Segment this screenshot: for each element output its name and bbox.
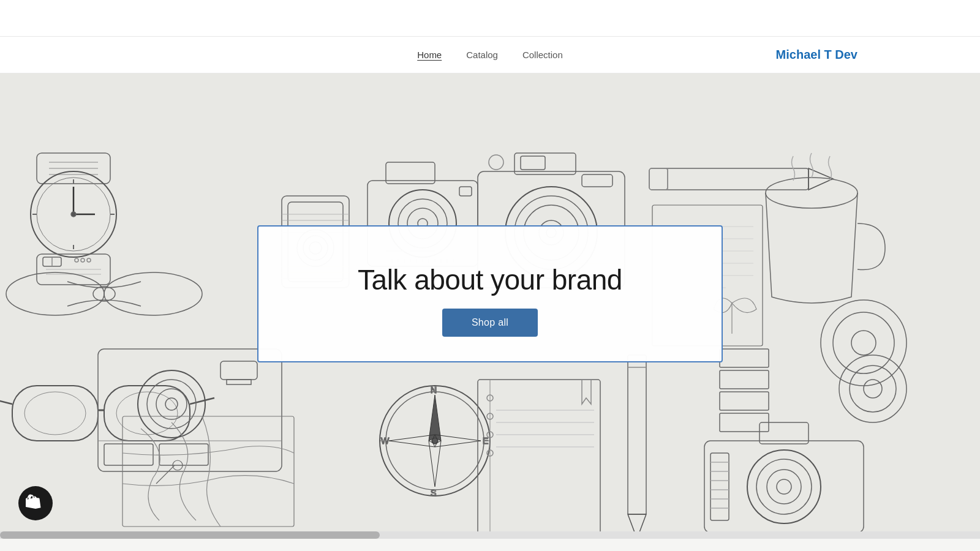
svg-point-9 bbox=[71, 212, 76, 217]
svg-text:N: N bbox=[431, 385, 437, 395]
hero-card: Talk about your brand Shop all bbox=[257, 225, 723, 362]
shopify-icon: S bbox=[26, 493, 45, 513]
hero-section: N S W E bbox=[0, 73, 980, 539]
svg-text:S: S bbox=[431, 488, 436, 498]
nav-links: Home Catalog Collection bbox=[417, 50, 563, 60]
shopify-badge[interactable]: S bbox=[18, 486, 53, 520]
top-bar bbox=[0, 0, 980, 37]
scrollbar-thumb[interactable] bbox=[0, 531, 380, 539]
navbar: Home Catalog Collection Michael T Dev bbox=[0, 37, 980, 73]
hero-title: Talk about your brand bbox=[358, 263, 622, 296]
nav-link-collection[interactable]: Collection bbox=[522, 50, 563, 60]
svg-text:S: S bbox=[28, 501, 32, 508]
nav-link-catalog[interactable]: Catalog bbox=[466, 50, 498, 60]
scrollbar[interactable] bbox=[0, 531, 980, 539]
store-name[interactable]: Michael T Dev bbox=[776, 48, 858, 62]
shop-all-button[interactable]: Shop all bbox=[442, 309, 538, 337]
nav-link-home[interactable]: Home bbox=[417, 50, 442, 60]
